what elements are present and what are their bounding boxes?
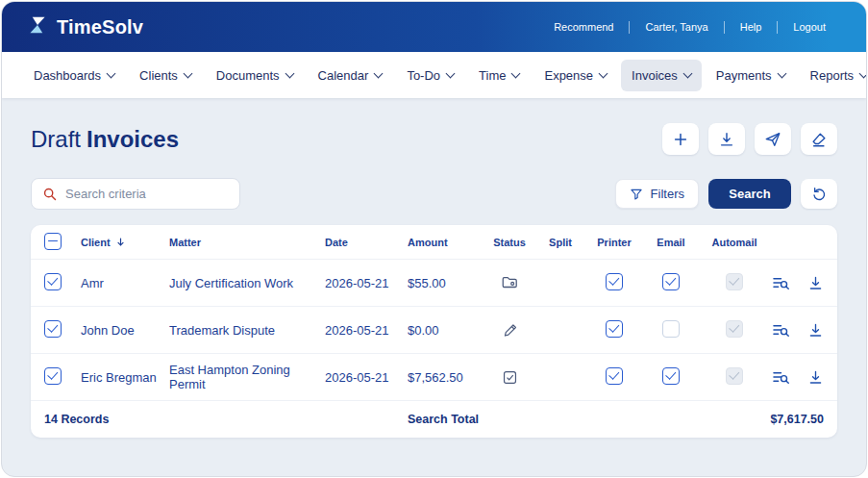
table-header-row: Client Matter Date Amount Status Split P… — [31, 225, 837, 260]
invoices-table: Client Matter Date Amount Status Split P… — [31, 225, 837, 438]
date-cell: 2026-05-21 — [325, 370, 408, 385]
column-header-matter[interactable]: Matter — [169, 237, 325, 248]
page-title: DraftInvoices — [31, 126, 179, 153]
table-footer-row: 14 Records Search Total $7,617.50 — [31, 401, 837, 438]
printer-checkbox[interactable] — [606, 320, 623, 338]
chevron-down-icon — [446, 68, 456, 78]
search-input[interactable] — [65, 187, 229, 201]
table-row: Amr July Certification Work 2026-05-21 $… — [31, 260, 837, 307]
search-button[interactable]: Search — [708, 179, 791, 209]
amount-cell: $55.00 — [408, 276, 483, 290]
top-bar: TimeSolv Recommend Carter, Tanya Help Lo… — [2, 2, 866, 52]
date-cell: 2026-05-21 — [325, 276, 408, 290]
nav-item-expense[interactable]: Expense — [533, 60, 617, 91]
table-row: Eric Bregman East Hampton Zoning Permit … — [31, 354, 837, 401]
search-total-label: Search Total — [408, 413, 536, 426]
automail-checkbox — [726, 273, 743, 290]
download-invoice-icon[interactable] — [807, 369, 824, 386]
chevron-down-icon — [859, 68, 867, 78]
brand-name: TimeSolv — [57, 16, 143, 38]
nav-item-dashboards[interactable]: Dashboards — [23, 60, 125, 91]
status-proforma-folder-icon — [501, 274, 518, 291]
nav-label: Payments — [716, 68, 772, 83]
table-row: John Doe Trademark Dispute 2026-05-21 $0… — [31, 307, 837, 354]
chevron-down-icon — [777, 68, 786, 78]
clear-drafts-button[interactable] — [801, 123, 837, 155]
brand-logo[interactable]: TimeSolv — [27, 14, 143, 40]
search-box — [31, 178, 240, 210]
hourglass-logo-icon — [27, 14, 48, 40]
printer-checkbox[interactable] — [606, 367, 623, 385]
chevron-down-icon — [682, 68, 692, 78]
email-checkbox[interactable] — [662, 367, 680, 385]
column-header-client[interactable]: Client — [81, 237, 169, 248]
column-header-status[interactable]: Status — [493, 237, 526, 248]
column-header-printer[interactable]: Printer — [597, 237, 631, 248]
matter-cell[interactable]: July Certification Work — [169, 276, 325, 290]
nav-item-clients[interactable]: Clients — [129, 60, 202, 91]
column-header-automail[interactable]: Automail — [711, 237, 756, 248]
matter-cell[interactable]: East Hampton Zoning Permit — [169, 363, 325, 391]
nav-item-payments[interactable]: Payments — [706, 60, 796, 91]
client-cell[interactable]: John Doe — [81, 323, 169, 338]
send-icon — [764, 131, 781, 148]
filters-button[interactable]: Filters — [615, 179, 699, 209]
email-checkbox[interactable] — [662, 320, 680, 338]
send-invoices-button[interactable] — [755, 123, 791, 155]
reset-icon — [811, 186, 828, 202]
column-header-amount[interactable]: Amount — [408, 237, 483, 248]
download-invoice-icon[interactable] — [807, 275, 824, 291]
page-content: DraftInvoices — [2, 98, 866, 438]
sort-descending-icon — [115, 237, 126, 247]
chevron-down-icon — [511, 68, 521, 78]
automail-checkbox — [726, 320, 743, 338]
row-select-checkbox[interactable] — [44, 367, 62, 385]
app-window: TimeSolv Recommend Carter, Tanya Help Lo… — [1, 1, 867, 477]
status-draft-pencil-icon — [502, 322, 518, 339]
matter-cell[interactable]: Trademark Dispute — [169, 323, 325, 338]
chevron-down-icon — [599, 68, 608, 78]
printer-checkbox[interactable] — [606, 273, 623, 290]
recommend-link[interactable]: Recommend — [538, 21, 629, 33]
date-cell: 2026-05-21 — [325, 323, 408, 338]
row-select-checkbox[interactable] — [44, 273, 62, 290]
preview-invoice-icon[interactable] — [772, 369, 790, 386]
nav-item-todo[interactable]: To-Do — [396, 60, 464, 91]
nav-item-time[interactable]: Time — [468, 60, 530, 91]
download-invoices-button[interactable] — [708, 123, 745, 155]
select-all-checkbox[interactable] — [44, 233, 62, 250]
new-invoice-button[interactable] — [662, 123, 699, 155]
column-header-date[interactable]: Date — [325, 237, 408, 248]
filter-funnel-icon — [630, 188, 643, 201]
user-menu-link[interactable]: Carter, Tanya — [630, 21, 723, 33]
nav-item-documents[interactable]: Documents — [206, 60, 304, 91]
nav-item-invoices[interactable]: Invoices — [621, 60, 702, 91]
logout-link[interactable]: Logout — [778, 21, 841, 33]
nav-label: Dashboards — [34, 68, 101, 83]
plus-icon — [672, 131, 689, 148]
nav-item-reports[interactable]: Reports — [800, 60, 867, 91]
download-icon — [718, 131, 735, 148]
row-select-checkbox[interactable] — [44, 320, 62, 338]
client-cell[interactable]: Amr — [81, 276, 169, 290]
main-nav: Dashboards Clients Documents Calendar To… — [2, 52, 866, 98]
email-checkbox[interactable] — [662, 273, 680, 290]
nav-label: Calendar — [318, 68, 369, 83]
eraser-icon — [810, 131, 828, 148]
reset-button[interactable] — [801, 179, 837, 209]
column-header-split[interactable]: Split — [549, 237, 572, 248]
client-cell[interactable]: Eric Bregman — [81, 370, 169, 385]
preview-invoice-icon[interactable] — [772, 322, 790, 339]
page-title-main: Invoices — [87, 126, 179, 152]
nav-label: Reports — [810, 68, 855, 83]
download-invoice-icon[interactable] — [807, 322, 824, 339]
help-link[interactable]: Help — [725, 21, 778, 33]
automail-checkbox — [726, 367, 743, 385]
amount-cell: $0.00 — [408, 323, 483, 338]
chevron-down-icon — [374, 68, 384, 78]
records-count: 14 Records — [44, 413, 325, 426]
column-header-email[interactable]: Email — [657, 237, 684, 248]
nav-label: Invoices — [632, 68, 678, 83]
preview-invoice-icon[interactable] — [772, 275, 790, 291]
nav-item-calendar[interactable]: Calendar — [308, 60, 393, 91]
